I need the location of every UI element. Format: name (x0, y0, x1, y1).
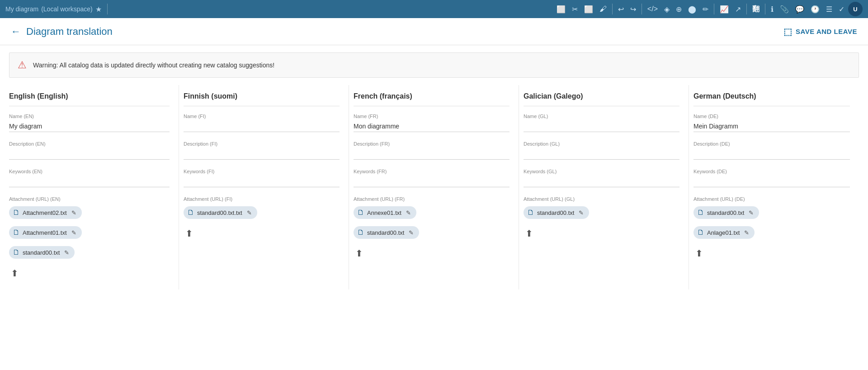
name-field-group-en: Name (EN) (9, 114, 170, 132)
attachment-name-en-2: standard00.txt (23, 249, 60, 256)
desc-label-fi: Description (FI) (184, 141, 340, 147)
edit-attachment-icon-en-0[interactable]: ✎ (71, 209, 76, 216)
name-label-gl: Name (GL) (524, 114, 679, 119)
keywords-field-group-gl: Keywords (GL) (524, 169, 679, 187)
save-and-leave-button[interactable]: ⬚ SAVE AND LEAVE (783, 26, 857, 37)
desc-input-fr[interactable] (354, 148, 509, 160)
keywords-label-de: Keywords (DE) (693, 169, 850, 174)
toolbar-separator-3 (642, 4, 642, 14)
upload-button-en[interactable]: ⬆ (9, 266, 20, 280)
attachment-item-en-2: 🗋 standard00.txt ✎ (9, 246, 170, 262)
cut-button[interactable]: ✂ (569, 3, 580, 15)
info-button[interactable]: ℹ (768, 3, 776, 15)
attachment-item-en-0: 🗋 Attachment02.txt ✎ (9, 206, 170, 223)
upload-button-de[interactable]: ⬆ (693, 246, 705, 261)
lang-header-de: German (Deutsch) (693, 85, 850, 106)
desc-input-de[interactable] (693, 148, 850, 160)
format-button[interactable]: 🖌 (597, 3, 609, 15)
desc-field-group-gl: Description (GL) (524, 141, 679, 160)
toolbar-separator-4 (714, 4, 714, 14)
copy-button[interactable]: ⬜ (554, 3, 568, 15)
name-input-gl[interactable] (524, 121, 679, 132)
attachment-name-fr-1: standard00.txt (367, 229, 404, 236)
name-input-en[interactable] (9, 121, 170, 132)
name-label-fi: Name (FI) (184, 114, 340, 119)
diagram-name: My diagram (5, 5, 38, 13)
undo-button[interactable]: ↩ (615, 3, 627, 15)
attachment-name-en-1: Attachment01.txt (23, 229, 67, 236)
paste-button[interactable]: ⬜ (581, 3, 596, 15)
keywords-label-fr: Keywords (FR) (354, 169, 509, 174)
comment-button[interactable]: 💬 (793, 3, 807, 15)
attachment-name-de-1: Anlage01.txt (707, 229, 740, 236)
lang-header-en: English (English) (9, 85, 170, 106)
warning-text: Warning: All catalog data is updated dir… (33, 62, 274, 69)
keywords-input-de[interactable] (693, 176, 850, 187)
edit-attachment-icon-fr-0[interactable]: ✎ (406, 209, 411, 216)
attachment-item-de-1: 🗋 Anlage01.txt ✎ (693, 226, 850, 242)
keywords-input-en[interactable] (9, 176, 170, 187)
translation-grid: English (English) Name (EN) Description … (9, 85, 859, 289)
file-icon-fr-0: 🗋 (357, 209, 364, 217)
avatar: U (848, 2, 863, 16)
lang-column-en: English (English) Name (EN) Description … (9, 85, 179, 289)
desc-input-gl[interactable] (524, 148, 679, 160)
star-icon[interactable]: ★ (95, 5, 102, 14)
toolbar-icons: ⬜ ✂ ⬜ 🖌 ↩ ↪ </> ◈ ⊕ ⬤ ✏ 📈 ↗ 翻 ℹ 📎 💬 🕐 ☰ … (554, 2, 863, 16)
chart-button[interactable]: 📈 (717, 3, 731, 15)
attachment-label-de: Attachment (URL) (DE) (693, 196, 850, 202)
edit-attachment-icon-en-1[interactable]: ✎ (71, 229, 76, 236)
edit-attachment-icon-de-0[interactable]: ✎ (749, 209, 754, 216)
name-field-group-gl: Name (GL) (524, 114, 679, 132)
redo-button[interactable]: ↪ (627, 3, 639, 15)
file-icon-en-2: 🗋 (13, 248, 20, 256)
menu-button[interactable]: ☰ (823, 3, 835, 15)
warning-icon: ⚠ (18, 59, 27, 71)
desc-field-group-fi: Description (FI) (184, 141, 340, 160)
history-button[interactable]: 🕐 (808, 3, 822, 15)
desc-label-de: Description (DE) (693, 141, 850, 147)
attachment-name-de-0: standard00.txt (707, 209, 744, 216)
insert-button[interactable]: ⊕ (673, 3, 684, 15)
trend-button[interactable]: ↗ (732, 3, 744, 15)
warning-banner: ⚠ Warning: All catalog data is updated d… (9, 52, 859, 78)
attachment-section-fr: Attachment (URL) (FR) 🗋 Annexe01.txt ✎ 🗋… (354, 196, 509, 261)
code-button[interactable]: </> (645, 3, 660, 15)
back-button[interactable]: ← (11, 26, 21, 38)
desc-label-en: Description (EN) (9, 141, 170, 147)
attachment-item-gl-0: 🗋 standard00.txt ✎ (524, 206, 679, 223)
upload-button-gl[interactable]: ⬆ (524, 226, 535, 241)
keywords-label-en: Keywords (EN) (9, 169, 170, 174)
keywords-input-gl[interactable] (524, 176, 679, 187)
attachment-item-en-1: 🗋 Attachment01.txt ✎ (9, 226, 170, 242)
translate-button[interactable]: 翻 (750, 3, 762, 16)
name-label-de: Name (DE) (693, 114, 850, 119)
toolbar-separator-6 (765, 4, 765, 14)
save-leave-icon: ⬚ (783, 26, 793, 37)
name-input-fi[interactable] (184, 121, 340, 132)
attachment-name-gl-0: standard00.txt (537, 209, 574, 216)
desc-input-fi[interactable] (184, 148, 340, 160)
edit-attachment-icon-gl-0[interactable]: ✎ (579, 209, 584, 216)
layers-button[interactable]: ◈ (661, 3, 672, 15)
keywords-input-fr[interactable] (354, 176, 509, 187)
content-area[interactable]: English (English) Name (EN) Description … (0, 85, 868, 370)
name-input-de[interactable] (693, 121, 850, 132)
draw-button[interactable]: ✏ (700, 3, 711, 15)
shape-button[interactable]: ⬤ (685, 3, 699, 15)
attachment-button[interactable]: 📎 (777, 3, 792, 15)
upload-button-fi[interactable]: ⬆ (184, 226, 195, 241)
edit-attachment-icon-de-1[interactable]: ✎ (744, 229, 749, 236)
edit-attachment-icon-fi-0[interactable]: ✎ (247, 209, 252, 216)
edit-attachment-icon-en-2[interactable]: ✎ (64, 249, 69, 256)
toolbar-separator-2 (612, 4, 613, 14)
name-input-fr[interactable] (354, 121, 509, 132)
file-icon-fi-0: 🗋 (187, 209, 194, 217)
attachment-label-en: Attachment (URL) (EN) (9, 196, 170, 202)
check-button[interactable]: ✓ (836, 3, 847, 15)
keywords-input-fi[interactable] (184, 176, 340, 187)
edit-attachment-icon-fr-1[interactable]: ✎ (409, 229, 414, 236)
upload-button-fr[interactable]: ⬆ (354, 246, 365, 261)
desc-input-en[interactable] (9, 148, 170, 160)
file-icon-de-1: 🗋 (697, 228, 704, 237)
